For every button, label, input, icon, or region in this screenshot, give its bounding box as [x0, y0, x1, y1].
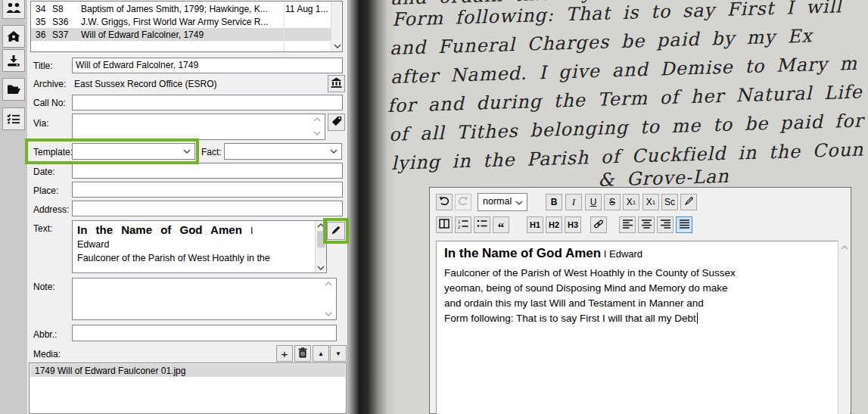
- manuscript-line: and Funeral Charges be paid by my Ex: [390, 25, 813, 59]
- preview-heading: In the Name of God Amen I: [77, 223, 253, 236]
- subscript-button[interactable]: X1: [642, 194, 659, 210]
- justify-button[interactable]: [676, 216, 692, 233]
- pen-format-button[interactable]: [680, 194, 697, 210]
- editor-line: yeoman, being of sound Disposing Mind an…: [444, 282, 727, 294]
- row-number: 35: [36, 17, 51, 27]
- open-folder-icon: [7, 84, 21, 95]
- call-no-input[interactable]: [72, 95, 343, 111]
- small-caps-button[interactable]: Sc: [661, 194, 678, 210]
- abbr-input[interactable]: [72, 325, 337, 341]
- arrow-down-icon: ▼: [335, 350, 341, 357]
- address-label: Address:: [33, 204, 69, 215]
- redo-button[interactable]: [455, 194, 471, 210]
- align-right-button[interactable]: [657, 216, 674, 233]
- open-folder-button[interactable]: [2, 78, 25, 101]
- place-input[interactable]: [72, 182, 343, 198]
- arrow-up-icon: ▲: [318, 350, 324, 357]
- editor-line: Faulconer of the Parish of West Hoathly …: [444, 267, 736, 279]
- ordered-list-icon: 12: [458, 219, 468, 231]
- bullet-list-button[interactable]: [474, 216, 490, 233]
- fact-label: Fact:: [201, 147, 222, 157]
- tag-icon: [331, 116, 342, 129]
- save-import-button[interactable]: [2, 49, 25, 72]
- undo-icon: [439, 196, 450, 208]
- sources-table[interactable]: 34 S8 Baptism of James Smith, 1799; Hawk…: [30, 1, 343, 52]
- spin-up-icon[interactable]: [325, 282, 332, 286]
- ordered-list-button[interactable]: 12: [455, 216, 471, 233]
- trash-icon: [298, 347, 307, 360]
- h1-button[interactable]: H1: [527, 216, 543, 233]
- genealogy-app-window: { "sidebar": { "icons": ["people-icon","…: [0, 0, 868, 414]
- align-right-icon: [661, 219, 670, 231]
- table-scrollbar[interactable]: [331, 2, 342, 51]
- media-delete-button[interactable]: [294, 345, 311, 362]
- link-button[interactable]: [590, 216, 607, 233]
- relatives-button[interactable]: [2, 0, 25, 19]
- tag-button[interactable]: [328, 114, 345, 131]
- underline-button[interactable]: U: [585, 194, 602, 210]
- via-textarea[interactable]: [72, 114, 325, 140]
- people-icon: [5, 2, 22, 14]
- editor-line-with-cursor: Form following: That is to say First I w…: [444, 313, 698, 324]
- link-icon: [593, 219, 605, 232]
- media-move-down-button[interactable]: ▼: [330, 345, 347, 362]
- columns-button[interactable]: [436, 216, 453, 233]
- title-input[interactable]: Will of Edward Falcolner, 1749: [72, 58, 343, 73]
- italic-button[interactable]: I: [565, 194, 582, 210]
- redo-icon: [458, 196, 468, 208]
- checklist-button[interactable]: [2, 107, 25, 130]
- editor-line: and ordain this my last Will and Testame…: [444, 297, 704, 309]
- fact-select[interactable]: [224, 143, 342, 160]
- svg-text:1: 1: [458, 219, 461, 224]
- manuscript-line: of all Tithes belonging to me to be paid…: [389, 110, 864, 145]
- address-input[interactable]: [72, 201, 343, 216]
- note-textarea[interactable]: [72, 278, 337, 320]
- source-id: S36: [52, 17, 79, 27]
- h3-button[interactable]: H3: [565, 216, 581, 233]
- media-add-button[interactable]: +: [276, 345, 293, 362]
- call-no-label: Call No:: [33, 98, 66, 108]
- spin-down-icon[interactable]: [325, 312, 332, 316]
- preview-line: Faulconer of the Parish of West Hoathly …: [77, 253, 270, 263]
- editor-scrollbar[interactable]: [838, 241, 850, 414]
- h2-button[interactable]: H2: [546, 216, 562, 233]
- table-row[interactable]: 35 S36 J.W. Griggs, First World War Army…: [31, 15, 331, 28]
- text-preview-box[interactable]: In the Name of God Amen I Edward Faulcon…: [72, 220, 327, 273]
- justify-icon: [680, 219, 689, 231]
- checklist-icon: [7, 114, 20, 124]
- editor-content-area[interactable]: In the Name of God Amen I Edward Faulcon…: [436, 241, 838, 414]
- columns-icon: [439, 219, 450, 231]
- strikethrough-button[interactable]: S: [604, 194, 621, 210]
- media-item-selected[interactable]: 1749 Will of Edward Faulconer 01.jpg: [30, 364, 345, 377]
- rich-text-editor-popup: normal B I U S X1 X1 Sc 12 “ H1 H2 H3: [429, 187, 851, 414]
- pen-icon: [684, 196, 694, 208]
- date-label: Date:: [33, 167, 55, 177]
- archive-building-icon: [331, 77, 342, 90]
- media-move-up-button[interactable]: ▲: [313, 345, 329, 362]
- blockquote-button[interactable]: “: [493, 216, 509, 233]
- source-id: S37: [52, 30, 79, 40]
- undo-button[interactable]: [436, 194, 453, 210]
- superscript-button[interactable]: X1: [623, 194, 639, 210]
- align-left-button[interactable]: [619, 216, 636, 233]
- editor-heading: In the Name of God Amen I Edward: [444, 246, 642, 261]
- date-input[interactable]: [72, 163, 343, 179]
- spin-up-icon[interactable]: [313, 117, 321, 122]
- toolbar-sidebar: [0, 0, 27, 414]
- bold-button[interactable]: B: [546, 194, 562, 210]
- title-label: Title:: [33, 61, 53, 71]
- source-title: Will of Edward Falcolner, 1749: [81, 30, 282, 40]
- archive-button[interactable]: [328, 75, 345, 92]
- home-button[interactable]: [2, 25, 25, 48]
- paragraph-style-select[interactable]: normal: [478, 193, 527, 211]
- spin-down-icon[interactable]: [313, 131, 321, 135]
- text-label: Text:: [33, 223, 52, 234]
- bullet-list-icon: [477, 219, 487, 231]
- align-center-button[interactable]: [638, 216, 655, 233]
- media-list[interactable]: 1749 Will of Edward Faulconer 01.jpg: [29, 363, 347, 414]
- table-row-selected[interactable]: 36 S37 Will of Edward Falcolner, 1749: [31, 28, 331, 41]
- column-separator: [284, 2, 285, 51]
- archive-value: East Sussex Record Office (ESRO): [74, 79, 217, 89]
- manuscript-line: after Named. I give and Demise to Mary m: [390, 53, 858, 88]
- table-row[interactable]: 34 S8 Baptism of James Smith, 1799; Hawk…: [31, 2, 331, 15]
